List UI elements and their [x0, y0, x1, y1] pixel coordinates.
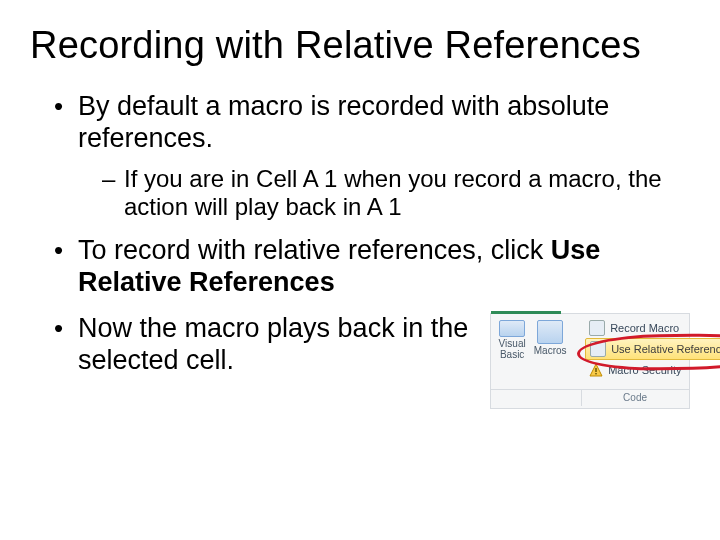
use-relative-references-icon	[590, 341, 606, 357]
macros-label: Macros	[534, 346, 567, 357]
record-macro-button[interactable]: Record Macro	[585, 318, 720, 338]
bullet-1-text: By default a macro is recorded with abso…	[78, 91, 609, 153]
svg-rect-1	[595, 368, 596, 372]
ribbon-large-buttons: Visual Basic Macros	[497, 320, 565, 360]
bullet-1: By default a macro is recorded with abso…	[50, 91, 690, 221]
use-relative-references-button[interactable]: Use Relative References	[585, 338, 720, 360]
bullet-2-prefix: To record with relative references, clic…	[78, 235, 551, 265]
bullet-3: Now the macro plays back in the selected…	[50, 313, 690, 409]
ribbon-accent	[491, 311, 561, 314]
visual-basic-button[interactable]: Visual Basic	[497, 320, 527, 360]
use-relative-references-label: Use Relative References	[611, 343, 720, 356]
bullet-3-text: Now the macro plays back in the selected…	[78, 313, 468, 375]
record-macro-label: Record Macro	[610, 322, 679, 335]
warning-icon	[589, 363, 603, 377]
slide: Recording with Relative References By de…	[0, 0, 720, 540]
macros-icon	[537, 320, 563, 344]
ribbon-group-spacer	[491, 390, 582, 406]
macros-button[interactable]: Macros	[535, 320, 565, 360]
slide-title: Recording with Relative References	[30, 24, 690, 67]
bullet-2: To record with relative references, clic…	[50, 235, 690, 299]
ribbon-snippet: Visual Basic Macros Record Macro	[490, 313, 690, 409]
macro-security-label: Macro Security	[608, 364, 681, 377]
ribbon-group-label: Code	[581, 390, 689, 406]
record-macro-icon	[589, 320, 605, 336]
visual-basic-icon	[499, 320, 525, 337]
ribbon-small-buttons: Record Macro Use Relative References	[585, 318, 720, 380]
bullet-1-sub-text: If you are in Cell A 1 when you record a…	[124, 165, 662, 220]
macro-security-button[interactable]: Macro Security	[585, 360, 720, 380]
bullet-list: By default a macro is recorded with abso…	[50, 91, 690, 409]
bullet-1-sub: If you are in Cell A 1 when you record a…	[100, 165, 690, 222]
svg-rect-2	[595, 373, 596, 374]
bullet-1-sublist: If you are in Cell A 1 when you record a…	[100, 165, 690, 222]
visual-basic-label: Visual Basic	[497, 339, 527, 360]
